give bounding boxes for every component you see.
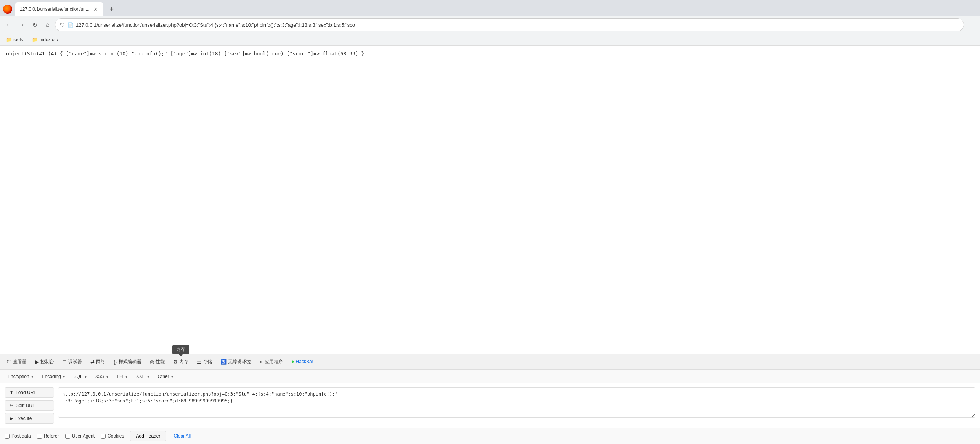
page-icon: 📄 — [67, 22, 74, 28]
tab-bar: 127.0.0.1/unserialize/function/un... ✕ + — [0, 0, 980, 16]
bookmark-index-of[interactable]: 📁 Index of / — [29, 36, 61, 43]
folder-icon: 📁 — [6, 37, 12, 42]
firefox-icon — [3, 5, 12, 14]
nav-bar: ← → ↻ ⌂ 🛡 📄 127.0.0.1/unserialize/functi… — [0, 16, 980, 34]
forward-button[interactable]: → — [16, 19, 27, 31]
tab-close-button[interactable]: ✕ — [93, 6, 99, 12]
page-content: object(Stu)#1 (4) { ["name"]=> string(10… — [0, 46, 980, 161]
bookmark-tools[interactable]: 📁 tools — [3, 36, 26, 43]
settings-button[interactable]: ≡ — [966, 19, 977, 31]
bookmark-index-label: Index of / — [39, 37, 58, 42]
home-button[interactable]: ⌂ — [42, 19, 53, 31]
back-button[interactable]: ← — [3, 19, 14, 31]
folder-icon-2: 📁 — [32, 37, 38, 42]
bookmark-tools-label: tools — [13, 37, 23, 42]
address-text: 127.0.0.1/unserialize/function/unseriali… — [76, 22, 959, 28]
tab-title: 127.0.0.1/unserialize/function/un... — [20, 6, 90, 12]
reload-button[interactable]: ↻ — [29, 19, 40, 31]
browser-tab[interactable]: 127.0.0.1/unserialize/function/un... ✕ — [15, 2, 103, 16]
new-tab-button[interactable]: + — [106, 4, 117, 14]
bookmarks-bar: 📁 tools 📁 Index of / — [0, 34, 980, 46]
page-output: object(Stu)#1 (4) { ["name"]=> string(10… — [6, 51, 974, 56]
browser-chrome: 127.0.0.1/unserialize/function/un... ✕ +… — [0, 0, 980, 46]
shield-icon: 🛡 — [60, 22, 65, 28]
address-bar[interactable]: 🛡 📄 127.0.0.1/unserialize/function/unser… — [55, 18, 964, 31]
